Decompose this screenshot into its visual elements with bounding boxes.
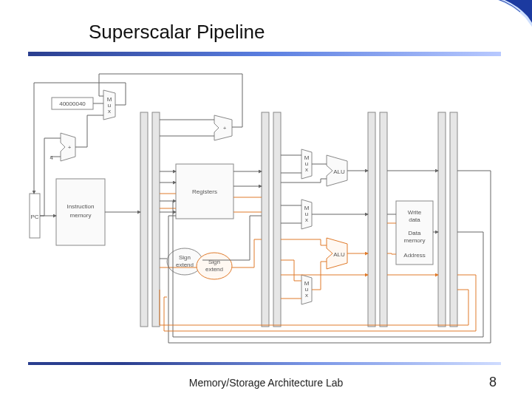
svg-text:Sign: Sign (208, 259, 220, 265)
slide-title: Superscalar Pipeline (89, 21, 265, 44)
svg-text:x: x (108, 108, 111, 115)
svg-rect-3 (273, 112, 281, 327)
svg-rect-0 (140, 112, 148, 327)
alu2: ALU (327, 238, 347, 269)
add4-label: + (68, 144, 72, 151)
pc-block: PC (30, 194, 40, 238)
data-memory: Write data Data memory Address (396, 201, 433, 265)
constant-4: 4 (50, 154, 54, 161)
svg-rect-1 (152, 112, 160, 327)
alu2-input-mux-b: M u x (301, 275, 312, 304)
alu2-label: ALU (333, 251, 345, 258)
four-label: 4 (50, 154, 54, 161)
alu2-input-mux-a: M u x (301, 200, 312, 229)
svg-rect-4 (368, 112, 375, 327)
footer-text: Memory/Storage Architecture Lab (0, 377, 532, 389)
svg-text:x: x (305, 216, 308, 223)
instruction-memory: Instruction memory (56, 179, 105, 245)
svg-text:x: x (305, 292, 308, 299)
imem-label-2: memory (70, 212, 92, 219)
dmem-label-2: memory (404, 237, 426, 244)
svg-rect-5 (380, 112, 387, 327)
sign-extend-2: Sign extend (197, 253, 232, 279)
svg-text:x: x (305, 166, 308, 173)
svg-text:extend: extend (205, 266, 223, 273)
page-number: 8 (489, 375, 497, 390)
svg-rect-2 (262, 112, 269, 327)
svg-text:Sign: Sign (179, 254, 191, 261)
alu1-input-mux: M u x (301, 149, 312, 179)
pipeline-diagram: PC Instruction memory 40000040 M u x + 4 (28, 68, 501, 349)
slide-corner-decoration (485, 0, 532, 33)
imem-label-1: Instruction (67, 203, 95, 210)
register-file: Registers (176, 164, 233, 219)
dmem-addr-label: Address (403, 252, 425, 259)
addbr-label: + (223, 125, 227, 132)
svg-rect-6 (438, 112, 446, 327)
title-underline (28, 52, 501, 56)
alu1: ALU (327, 155, 347, 186)
alu1-label: ALU (333, 168, 345, 175)
branch-adder: + (214, 115, 232, 140)
const-label: 40000040 (59, 100, 86, 107)
svg-rect-7 (450, 112, 457, 327)
branch-target-constant: 40000040 (52, 98, 93, 109)
dmem-write-label-2: data (409, 216, 420, 223)
pc-mux: M u x (103, 90, 115, 120)
dmem-write-label: Write (408, 209, 422, 216)
pc-plus-4-adder: + (61, 133, 75, 161)
dmem-label-1: Data (409, 230, 421, 236)
footer-underline (28, 362, 501, 365)
regs-label: Registers (192, 188, 217, 195)
pc-label: PC (30, 214, 38, 220)
